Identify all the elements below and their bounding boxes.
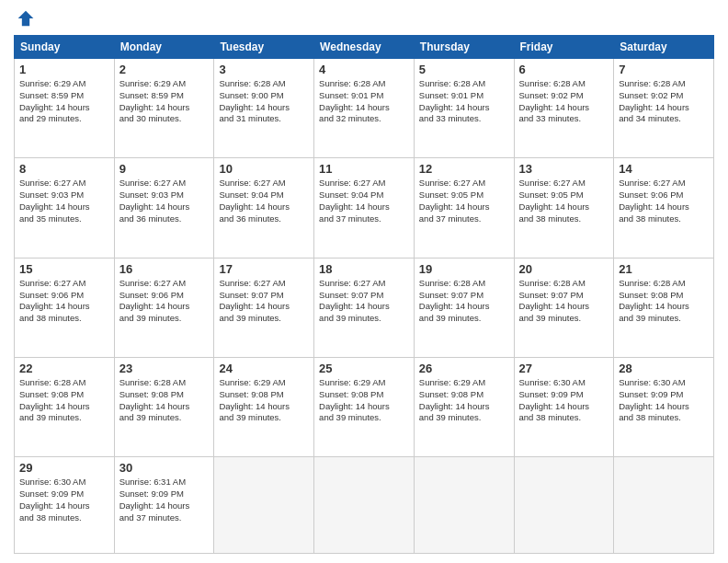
sunset-label: Sunset: 9:08 PM [319, 389, 383, 399]
calendar-cell [614, 457, 714, 554]
sunrise-label: Sunrise: 6:31 AM [119, 477, 186, 487]
sunrise-label: Sunrise: 6:28 AM [519, 78, 586, 88]
calendar-header-sunday: Sunday [15, 36, 115, 59]
calendar-cell: 18 Sunrise: 6:27 AM Sunset: 9:07 PM Dayl… [314, 258, 415, 357]
day-number: 30 [119, 461, 210, 475]
daylight-minutes: and 32 minutes. [319, 113, 381, 123]
sunrise-label: Sunrise: 6:28 AM [19, 377, 85, 387]
calendar-cell: 21 Sunrise: 6:28 AM Sunset: 9:08 PM Dayl… [614, 258, 714, 357]
calendar-week-4: 22 Sunrise: 6:28 AM Sunset: 9:08 PM Dayl… [15, 358, 714, 457]
sunrise-label: Sunrise: 6:29 AM [219, 377, 285, 387]
daylight-label: Daylight: 14 hours [19, 401, 90, 411]
calendar-header-wednesday: Wednesday [314, 36, 415, 59]
daylight-minutes: and 35 minutes. [19, 213, 82, 224]
calendar-cell: 3 Sunrise: 6:28 AM Sunset: 9:00 PM Dayli… [214, 59, 314, 158]
sunset-label: Sunset: 9:08 PM [119, 389, 184, 399]
daylight-label: Daylight: 14 hours [119, 401, 190, 411]
day-number: 27 [519, 362, 609, 375]
sunrise-label: Sunrise: 6:28 AM [219, 78, 285, 88]
day-number: 6 [519, 63, 609, 76]
sunset-label: Sunset: 9:06 PM [619, 190, 683, 200]
calendar-header-monday: Monday [114, 36, 214, 59]
daylight-minutes: and 37 minutes. [319, 213, 381, 224]
day-info: Sunrise: 6:29 AM Sunset: 9:08 PM Dayligh… [419, 377, 509, 424]
sunset-label: Sunset: 9:08 PM [619, 290, 683, 300]
sunset-label: Sunset: 9:02 PM [519, 90, 584, 100]
day-number: 21 [619, 262, 709, 276]
sunset-label: Sunset: 9:08 PM [419, 389, 483, 399]
page: SundayMondayTuesdayWednesdayThursdayFrid… [0, 0, 728, 563]
sunrise-label: Sunrise: 6:27 AM [319, 178, 385, 188]
calendar-header-row: SundayMondayTuesdayWednesdayThursdayFrid… [15, 36, 714, 59]
daylight-minutes: and 39 minutes. [219, 412, 281, 422]
daylight-label: Daylight: 14 hours [519, 301, 590, 311]
day-number: 19 [419, 262, 509, 276]
sunset-label: Sunset: 9:09 PM [619, 389, 683, 399]
day-info: Sunrise: 6:28 AM Sunset: 9:02 PM Dayligh… [519, 78, 609, 125]
daylight-minutes: and 37 minutes. [419, 213, 482, 224]
calendar-week-1: 1 Sunrise: 6:29 AM Sunset: 8:59 PM Dayli… [15, 59, 714, 158]
day-info: Sunrise: 6:29 AM Sunset: 8:59 PM Dayligh… [19, 78, 109, 125]
daylight-label: Daylight: 14 hours [319, 201, 390, 212]
day-number: 22 [19, 362, 109, 375]
calendar-header-friday: Friday [514, 36, 614, 59]
daylight-minutes: and 33 minutes. [419, 113, 482, 123]
day-info: Sunrise: 6:29 AM Sunset: 9:08 PM Dayligh… [219, 377, 309, 424]
sunrise-label: Sunrise: 6:27 AM [619, 178, 685, 188]
day-number: 3 [219, 63, 309, 76]
daylight-label: Daylight: 14 hours [219, 201, 290, 212]
sunrise-label: Sunrise: 6:27 AM [119, 278, 186, 288]
calendar-cell [214, 457, 314, 554]
sunset-label: Sunset: 8:59 PM [119, 90, 184, 100]
calendar-cell: 27 Sunrise: 6:30 AM Sunset: 9:09 PM Dayl… [514, 358, 614, 457]
day-number: 18 [319, 262, 409, 276]
header [14, 9, 714, 28]
day-info: Sunrise: 6:31 AM Sunset: 9:09 PM Dayligh… [119, 477, 210, 523]
day-info: Sunrise: 6:30 AM Sunset: 9:09 PM Dayligh… [519, 377, 609, 424]
daylight-minutes: and 39 minutes. [319, 412, 381, 422]
day-number: 7 [619, 63, 709, 76]
sunrise-label: Sunrise: 6:27 AM [219, 178, 285, 188]
sunrise-label: Sunrise: 6:28 AM [319, 78, 385, 88]
day-info: Sunrise: 6:30 AM Sunset: 9:09 PM Dayligh… [19, 477, 109, 523]
sunrise-label: Sunrise: 6:29 AM [119, 78, 186, 88]
sunrise-label: Sunrise: 6:27 AM [219, 278, 285, 288]
day-number: 23 [119, 362, 210, 375]
daylight-label: Daylight: 14 hours [219, 102, 290, 112]
sunset-label: Sunset: 9:02 PM [619, 90, 683, 100]
sunset-label: Sunset: 8:59 PM [19, 90, 84, 100]
sunrise-label: Sunrise: 6:29 AM [19, 78, 85, 88]
calendar-cell: 29 Sunrise: 6:30 AM Sunset: 9:09 PM Dayl… [15, 457, 115, 554]
day-info: Sunrise: 6:30 AM Sunset: 9:09 PM Dayligh… [619, 377, 709, 424]
daylight-label: Daylight: 14 hours [619, 401, 689, 411]
day-info: Sunrise: 6:27 AM Sunset: 9:04 PM Dayligh… [219, 178, 309, 224]
day-info: Sunrise: 6:28 AM Sunset: 9:07 PM Dayligh… [519, 278, 609, 325]
day-number: 13 [519, 162, 609, 176]
calendar-header-saturday: Saturday [614, 36, 714, 59]
sunrise-label: Sunrise: 6:28 AM [619, 78, 685, 88]
day-number: 28 [619, 362, 709, 375]
calendar-cell: 17 Sunrise: 6:27 AM Sunset: 9:07 PM Dayl… [214, 258, 314, 357]
sunset-label: Sunset: 9:09 PM [19, 488, 84, 499]
day-info: Sunrise: 6:27 AM Sunset: 9:05 PM Dayligh… [519, 178, 609, 224]
daylight-label: Daylight: 14 hours [219, 401, 290, 411]
day-info: Sunrise: 6:28 AM Sunset: 9:07 PM Dayligh… [419, 278, 509, 325]
daylight-label: Daylight: 14 hours [219, 301, 290, 311]
day-info: Sunrise: 6:27 AM Sunset: 9:07 PM Dayligh… [319, 278, 409, 325]
day-number: 24 [219, 362, 309, 375]
calendar-cell: 5 Sunrise: 6:28 AM Sunset: 9:01 PM Dayli… [414, 59, 514, 158]
sunset-label: Sunset: 9:03 PM [119, 190, 184, 200]
sunrise-label: Sunrise: 6:28 AM [619, 278, 685, 288]
calendar-table: SundayMondayTuesdayWednesdayThursdayFrid… [14, 35, 714, 554]
day-number: 26 [419, 362, 509, 375]
sunset-label: Sunset: 9:09 PM [119, 488, 184, 499]
daylight-minutes: and 36 minutes. [219, 213, 281, 224]
day-info: Sunrise: 6:28 AM Sunset: 9:01 PM Dayligh… [319, 78, 409, 125]
daylight-label: Daylight: 14 hours [419, 401, 490, 411]
day-number: 20 [519, 262, 609, 276]
daylight-label: Daylight: 14 hours [119, 500, 190, 511]
sunrise-label: Sunrise: 6:27 AM [319, 278, 385, 288]
sunset-label: Sunset: 9:01 PM [419, 90, 483, 100]
sunrise-label: Sunrise: 6:28 AM [419, 78, 485, 88]
sunset-label: Sunset: 9:07 PM [219, 290, 283, 300]
